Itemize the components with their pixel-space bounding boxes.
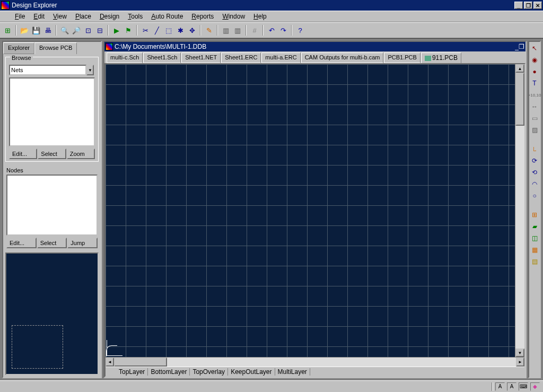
layer-bottom[interactable]: BottomLayer — [148, 368, 190, 376]
doctab-6[interactable]: PCB1.PCB — [384, 53, 420, 63]
pcb-canvas[interactable] — [106, 64, 515, 357]
menu-edit[interactable]: Edit — [29, 12, 49, 21]
zoom-in-icon[interactable]: 🔍 — [59, 25, 70, 36]
menu-autoroute[interactable]: Auto Route — [147, 12, 187, 21]
vertical-scrollbar[interactable]: ▲ ▼ — [515, 64, 524, 357]
browse-combo[interactable]: ▼ — [9, 65, 94, 75]
minimize-button[interactable]: _ — [514, 2, 523, 9]
rect-icon[interactable]: ▭ — [530, 114, 539, 123]
book-icon[interactable]: ◆ — [530, 382, 540, 391]
zoom-area-icon[interactable]: ⊟ — [94, 25, 105, 36]
select-button-2[interactable]: Select — [37, 238, 67, 248]
dimension-icon[interactable]: ↔ — [530, 102, 539, 111]
close-button[interactable]: ✕ — [533, 2, 542, 9]
arc-ccw-icon[interactable]: ⟲ — [530, 168, 539, 177]
layer-overlay[interactable]: TopOverlay — [190, 368, 228, 376]
fill-icon[interactable]: ▨ — [530, 126, 539, 134]
status-a1[interactable]: A — [495, 382, 505, 391]
select-rect-icon[interactable]: ⬚ — [163, 25, 174, 36]
array-icon[interactable]: ▦ — [530, 246, 539, 254]
doctab-7[interactable]: 911.PCB — [421, 53, 461, 63]
split-icon[interactable]: ◫ — [530, 234, 539, 242]
snap-icon[interactable]: ✱ — [175, 25, 186, 36]
layer-multi[interactable]: MultiLayer — [275, 368, 310, 376]
v-scroll-thumb[interactable] — [515, 73, 524, 126]
maximize-button[interactable]: ❐ — [524, 2, 532, 9]
nets-listbox[interactable] — [9, 77, 95, 146]
status-a2[interactable]: A — [507, 382, 516, 391]
nodes-listbox[interactable] — [6, 175, 98, 236]
doctab-0[interactable]: multi-c.Sch — [107, 53, 143, 63]
arc-center-icon[interactable]: ◠ — [530, 180, 539, 188]
text-icon[interactable]: T — [530, 79, 539, 88]
tab-browse-pcb[interactable]: Browse PCB — [34, 42, 77, 54]
combo-drop-icon[interactable]: ▼ — [86, 65, 94, 75]
tab-explorer[interactable]: Explorer — [3, 42, 34, 54]
doctab-1[interactable]: Sheet1.Sch — [143, 53, 181, 63]
horizontal-scrollbar[interactable]: ◄ ► — [106, 357, 524, 367]
menu-reports[interactable]: Reports — [187, 12, 218, 21]
doctab-4[interactable]: multi-a.ERC — [261, 53, 300, 63]
h-scroll-thumb[interactable] — [114, 358, 167, 367]
menu-design[interactable]: Design — [95, 12, 124, 21]
menu-file[interactable]: File — [11, 12, 29, 21]
print-icon[interactable]: 🖶 — [42, 25, 53, 36]
scroll-right-icon[interactable]: ► — [516, 358, 524, 367]
menu-view[interactable]: View — [49, 12, 71, 21]
jump-button[interactable]: Jump — [67, 238, 98, 248]
arc-cw-icon[interactable]: ⟳ — [530, 156, 539, 165]
select-button-1[interactable]: Select — [38, 149, 66, 159]
undo-icon[interactable]: ↶ — [266, 25, 277, 36]
run-icon[interactable]: ▶ — [111, 25, 122, 36]
coord-icon[interactable]: +10,10 — [530, 91, 539, 99]
move-icon[interactable]: ✥ — [187, 25, 197, 36]
doc-minimize-button[interactable]: _ — [515, 43, 519, 50]
menu-tools[interactable]: Tools — [124, 12, 147, 21]
tree-icon[interactable]: ⊞ — [2, 25, 13, 36]
scroll-up-icon[interactable]: ▲ — [515, 64, 524, 73]
toolbar: ⊞ 📂 💾 🖶 🔍 🔎 ⊡ ⊟ ▶ ⚑ ✂ ╱ ⬚ ✱ ✥ ✎ ▥ ▥ # ↶ … — [0, 22, 543, 38]
document-panel: C:\My Documents\MULTI-1.DDB _ ❐ multi-c.… — [103, 41, 527, 378]
pad-icon[interactable]: ● — [530, 67, 539, 76]
flag-icon[interactable]: ⚑ — [123, 25, 134, 36]
layer-tabstrip: TopLayer BottomLayer TopOverlay KeepOutL… — [106, 367, 524, 376]
layer-top[interactable]: TopLayer — [116, 368, 148, 376]
menu-place[interactable]: Place — [71, 12, 95, 21]
doctab-2[interactable]: Sheet1.NET — [181, 53, 221, 63]
doctab-5[interactable]: CAM Outputs for multi-b.cam — [301, 53, 384, 63]
open-icon[interactable]: 📂 — [19, 25, 30, 36]
scroll-down-icon[interactable]: ▼ — [515, 349, 524, 357]
trace-icon[interactable]: Ⳑ — [530, 145, 539, 153]
layer-keepout[interactable]: KeepOutLayer — [228, 368, 275, 376]
component-icon[interactable]: ⊞ — [530, 211, 539, 219]
browse-combo-input[interactable] — [9, 65, 86, 75]
cursor-icon[interactable]: ↖ — [530, 44, 539, 53]
zoom-button[interactable]: Zoom — [67, 149, 95, 159]
menubar: File Edit View Place Design Tools Auto R… — [0, 11, 543, 22]
polygon-icon[interactable]: ▰ — [530, 222, 539, 231]
help-icon[interactable]: ? — [295, 25, 305, 36]
redo-icon[interactable]: ↷ — [278, 25, 288, 36]
book2-icon[interactable]: ▥ — [232, 25, 243, 36]
menu-help[interactable]: Help — [249, 12, 271, 21]
line-icon[interactable]: ╱ — [152, 25, 162, 36]
zoom-fit-icon[interactable]: ⊡ — [83, 25, 93, 36]
keyboard-icon[interactable]: ⌨ — [519, 382, 528, 391]
grid-icon[interactable]: # — [249, 25, 260, 36]
circle-icon[interactable]: ○ — [530, 191, 539, 200]
book1-icon[interactable]: ▥ — [221, 25, 231, 36]
doctab-3[interactable]: Sheet1.ERC — [221, 53, 261, 63]
left-tabstrip: Explorer Browse PCB — [3, 42, 101, 54]
room-icon[interactable]: ▤ — [530, 257, 539, 266]
edit-button-2[interactable]: Edit... — [6, 238, 37, 248]
save-icon[interactable]: 💾 — [31, 25, 41, 36]
highlight-icon[interactable]: ✎ — [204, 25, 214, 36]
menu-window[interactable]: Window — [218, 12, 249, 21]
scroll-left-icon[interactable]: ◄ — [106, 358, 114, 367]
edit-button-1[interactable]: Edit... — [9, 149, 37, 159]
doc-restore-button[interactable]: ❐ — [519, 43, 524, 50]
zoom-out-icon[interactable]: 🔎 — [71, 25, 82, 36]
via-icon[interactable]: ◉ — [530, 56, 539, 64]
cut-icon[interactable]: ✂ — [140, 25, 151, 36]
minimap[interactable] — [5, 252, 99, 375]
